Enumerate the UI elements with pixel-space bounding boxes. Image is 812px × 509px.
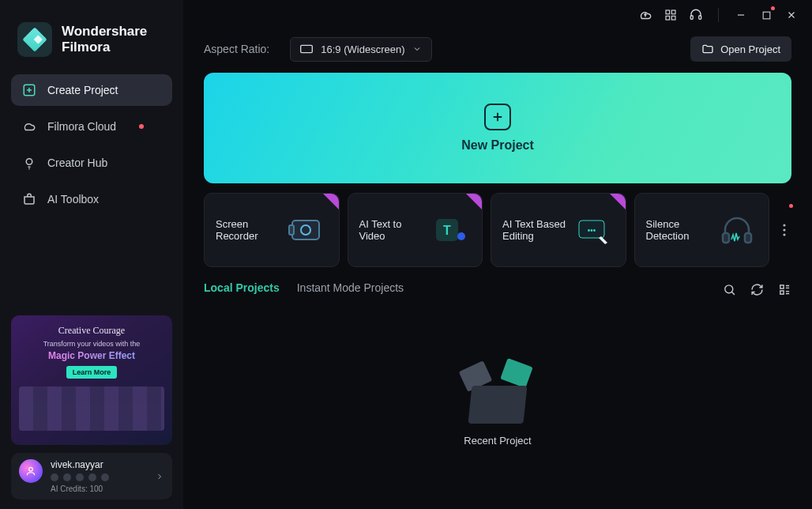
cloud-icon [22,119,36,134]
sidebar-item-label: Creator Hub [47,156,107,169]
notification-dot [771,6,775,10]
card-silence-detection[interactable]: Silence Detection [634,193,770,267]
svg-rect-5 [666,16,670,20]
card-label: Screen Recorder [216,218,285,242]
card-ai-text-based-editing[interactable]: AI Text Based Editing ••• [491,193,626,267]
sidebar-item-label: Create Project [47,84,118,96]
svg-rect-26 [780,290,784,293]
svg-rect-25 [780,285,784,288]
card-screen-recorder[interactable]: Screen Recorder [204,193,340,267]
sidebar: Wondershare Filmora Create Project Filmo… [0,0,183,509]
projects-tabs: Local Projects Instant Mode Projects [183,267,812,297]
text-video-icon: T [427,209,471,251]
new-badge-icon [323,194,339,209]
list-view-icon[interactable] [778,283,791,296]
svg-rect-19 [723,233,729,243]
notification-dot [139,124,144,129]
window-minimize-button[interactable] [730,4,752,26]
svg-point-23 [783,233,785,236]
promo-script: Creative Courage [19,325,164,337]
promo-headline: Magic Power Effect [19,350,164,361]
aspect-ratio-label: Aspect Ratio: [204,43,269,55]
toolbox-icon [22,192,36,206]
card-label: AI Text Based Editing [502,218,573,242]
svg-rect-9 [763,12,770,19]
open-project-label: Open Project [720,43,780,55]
logo-icon [17,22,52,57]
bulb-icon [22,156,36,170]
feature-cards: Screen Recorder AI Text to Video T AI Te… [183,183,812,267]
svg-point-2 [29,467,33,471]
support-icon[interactable] [685,4,707,26]
svg-rect-6 [671,16,675,20]
recent-projects-area: Recent Project [183,297,812,509]
sidebar-item-create-project[interactable]: Create Project [11,74,172,106]
card-label: AI Text to Video [359,218,427,242]
svg-rect-10 [301,45,313,52]
svg-rect-4 [671,10,675,14]
folder-icon [701,43,714,55]
plus-icon [484,104,511,130]
open-project-button[interactable]: Open Project [690,36,791,62]
tab-instant-mode-projects[interactable]: Instant Mode Projects [297,281,404,297]
empty-box-icon [462,360,533,424]
svg-point-16 [457,232,465,240]
search-icon[interactable] [723,283,736,296]
widescreen-icon [300,44,313,54]
svg-point-1 [26,159,32,165]
svg-rect-3 [666,10,670,14]
new-project-label: New Project [461,138,534,153]
chevron-right-icon [155,472,164,481]
brand-line-1: Wondershare [62,24,147,40]
sidebar-item-label: Filmora Cloud [47,120,116,133]
main-area: Aspect Ratio: 16:9 (Widescreen) Open Pro… [183,0,812,509]
svg-point-24 [725,285,733,292]
card-label: Silence Detection [646,218,716,242]
sidebar-nav: Create Project Filmora Cloud Creator Hub… [11,74,172,215]
promo-thumbnail-grid [19,386,164,431]
account-name: vivek.nayyar [51,459,109,470]
tab-local-projects[interactable]: Local Projects [204,281,280,297]
sidebar-item-label: AI Toolbox [47,193,99,205]
promo-tagline: Transform your videos with the [19,340,164,348]
chevron-down-icon [412,44,422,54]
svg-rect-11 [292,221,319,239]
camera-icon [285,209,328,251]
refresh-icon[interactable] [750,283,764,296]
brand-line-2: Filmora [62,40,147,55]
brand-logo: Wondershare Filmora [11,14,172,71]
sidebar-item-creator-hub[interactable]: Creator Hub [11,147,172,179]
promo-banner[interactable]: Creative Courage Transform your videos w… [11,315,172,445]
account-badges [51,473,109,481]
svg-point-22 [783,228,785,231]
card-ai-text-to-video[interactable]: AI Text to Video T [348,193,483,267]
svg-rect-7 [690,16,693,20]
sidebar-item-ai-toolbox[interactable]: AI Toolbox [11,183,172,215]
promo-cta-button[interactable]: Learn More [66,366,118,379]
text-cursor-icon: ••• [573,209,615,251]
new-project-hero[interactable]: New Project [204,73,791,183]
apps-grid-icon[interactable] [660,4,682,26]
window-close-button[interactable] [780,4,803,26]
aspect-ratio-value: 16:9 (Widescreen) [321,43,404,55]
headphones-icon [716,209,757,251]
avatar [19,459,43,483]
account-card[interactable]: vivek.nayyar AI Credits: 100 [11,453,172,500]
new-badge-icon [610,194,626,209]
recent-project-label: Recent Project [464,435,531,447]
aspect-ratio-select[interactable]: 16:9 (Widescreen) [290,37,432,62]
window-maximize-button[interactable] [755,4,777,26]
window-titlebar [183,0,812,30]
account-credits: AI Credits: 100 [51,484,109,493]
more-cards-button[interactable] [777,193,791,267]
new-badge-icon [466,194,482,209]
notification-dot [789,204,793,208]
svg-text:T: T [443,224,451,237]
svg-rect-8 [699,16,701,20]
cloud-sync-icon[interactable] [634,4,656,26]
sidebar-item-filmora-cloud[interactable]: Filmora Cloud [11,111,172,142]
top-toolbar: Aspect Ratio: 16:9 (Widescreen) Open Pro… [183,30,812,73]
brand-text: Wondershare Filmora [62,24,147,55]
svg-point-21 [783,224,785,226]
create-project-icon [22,83,36,97]
